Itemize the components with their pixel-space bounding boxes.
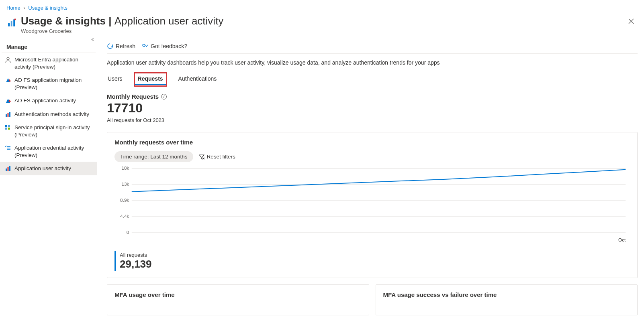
svg-line-25 [147, 45, 148, 46]
svg-rect-0 [8, 23, 10, 26]
svg-rect-13 [9, 112, 10, 117]
svg-text:4.4k: 4.4k [120, 214, 129, 219]
sidebar-item-app-user-activity[interactable]: Application user activity [0, 162, 97, 175]
close-button[interactable] [625, 15, 638, 28]
page-description: Application user activity dashboards hel… [107, 54, 638, 69]
migrate-icon [5, 97, 11, 104]
mfa-usage-title: MFA usage over time [114, 291, 362, 298]
reset-filters-button[interactable]: Reset filters [199, 154, 235, 160]
breadcrumb-usage[interactable]: Usage & insights [28, 5, 67, 11]
usage-insights-icon [6, 17, 18, 28]
kpi-title-text: Monthly Requests [107, 93, 159, 100]
migrate-icon [5, 77, 11, 83]
svg-rect-17 [8, 128, 10, 130]
page-title-light: Application user activity [114, 15, 224, 27]
refresh-button[interactable]: Refresh [107, 43, 135, 49]
svg-text:13k: 13k [121, 182, 129, 187]
chart-summary-value: 29,139 [120, 258, 630, 270]
tab-users[interactable]: Users [107, 73, 123, 86]
svg-rect-22 [8, 167, 9, 171]
sidebar-section-header: Manage [2, 38, 96, 53]
sidebar-item-credential-activity[interactable]: Application credential activity (Preview… [0, 141, 97, 162]
feedback-icon [142, 43, 148, 49]
svg-rect-1 [11, 21, 12, 26]
page-title-bold: Usage & insights [21, 15, 106, 27]
svg-rect-23 [9, 166, 10, 171]
mfa-usage-card: MFA usage over time [107, 284, 369, 315]
feedback-label: Got feedback? [151, 43, 187, 49]
svg-rect-21 [6, 169, 7, 171]
svg-text:0: 0 [127, 230, 129, 235]
page-title-sep: | [106, 15, 114, 27]
kpi-subtitle: All requests for Oct 2023 [107, 117, 638, 123]
sidebar-item-entra-app-activity[interactable]: Microsoft Entra application activity (Pr… [0, 53, 97, 73]
svg-rect-14 [5, 125, 7, 127]
sidebar-item-service-principal[interactable]: Service principal sign-in activity (Prev… [0, 121, 97, 141]
tab-authentications[interactable]: Authentications [178, 73, 218, 86]
sidebar-item-label: Application credential activity (Preview… [14, 144, 93, 158]
sidebar-item-adfs-migration[interactable]: AD FS application migration (Preview) [0, 73, 97, 94]
collapse-sidebar-button[interactable]: « [91, 37, 94, 42]
breadcrumb: Home › Usage & insights [0, 0, 644, 13]
mfa-success-failure-card: MFA usage success vs failure over time [376, 284, 638, 315]
page-title: Usage & insights | Application user acti… [21, 15, 223, 27]
svg-rect-16 [5, 128, 7, 130]
feedback-button[interactable]: Got feedback? [142, 43, 187, 49]
page-subtitle: Woodgrove Groceries [21, 28, 223, 34]
tabs: Users Requests Authentications [107, 69, 638, 87]
breadcrumb-home[interactable]: Home [6, 5, 20, 11]
svg-point-3 [14, 18, 16, 20]
grid-icon [5, 124, 11, 131]
sidebar-item-auth-methods[interactable]: Authentication methods activity [0, 108, 97, 121]
person-icon [5, 57, 11, 63]
svg-rect-15 [8, 125, 10, 127]
kpi-value: 17710 [107, 101, 638, 116]
breadcrumb-sep-icon: › [23, 5, 25, 11]
mfa-success-failure-title: MFA usage success vs failure over time [383, 291, 630, 298]
svg-rect-11 [6, 114, 7, 117]
line-chart: 04.4k8.9k13k18kOct [114, 164, 630, 245]
svg-rect-2 [13, 19, 15, 26]
chart-summary-label: All requests [120, 252, 630, 258]
time-range-pill[interactable]: Time range: Last 12 months [114, 151, 193, 162]
bars-icon [5, 165, 11, 172]
tab-requests[interactable]: Requests [135, 73, 166, 86]
svg-text:18k: 18k [121, 166, 129, 171]
chart-card-title: Monthly requests over time [114, 139, 630, 146]
sidebar-item-label: Microsoft Entra application activity (Pr… [14, 56, 93, 70]
sidebar-item-label: Authentication methods activity [14, 111, 93, 118]
toolbar: Refresh Got feedback? [107, 38, 638, 54]
checklist-icon [5, 145, 11, 151]
sidebar-item-adfs-activity[interactable]: AD FS application activity [0, 94, 97, 108]
sidebar-item-label: Application user activity [14, 165, 93, 172]
sidebar-item-label: AD FS application migration (Preview) [14, 77, 93, 91]
sidebar-item-label: Service principal sign-in activity (Prev… [14, 124, 93, 138]
kpi-title: Monthly Requests i [107, 93, 167, 100]
svg-text:Oct: Oct [618, 238, 626, 242]
filter-reset-icon [199, 154, 204, 160]
sidebar: « Manage Microsoft Entra application act… [0, 38, 97, 315]
refresh-label: Refresh [116, 43, 135, 49]
refresh-icon [107, 43, 113, 49]
svg-point-24 [143, 44, 145, 47]
svg-rect-12 [8, 113, 9, 117]
sidebar-item-label: AD FS application activity [14, 97, 93, 104]
svg-point-6 [7, 57, 9, 60]
chart-card: Monthly requests over time Time range: L… [107, 132, 638, 278]
bars-icon [5, 111, 11, 118]
reset-filters-label: Reset filters [207, 154, 235, 160]
svg-text:8.9k: 8.9k [120, 198, 129, 203]
info-icon[interactable]: i [161, 94, 167, 99]
